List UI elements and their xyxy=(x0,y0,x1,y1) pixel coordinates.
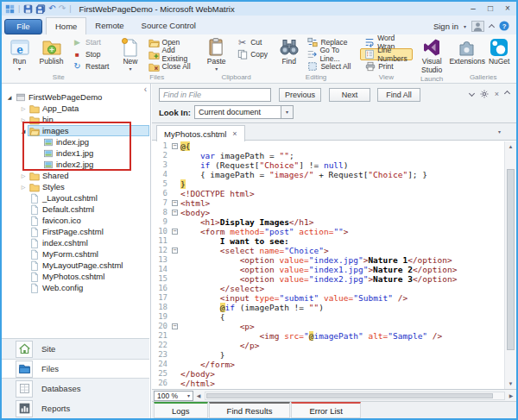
new-button[interactable]: New▾ xyxy=(117,35,143,72)
tree-item-bin[interactable]: ▷bin xyxy=(2,114,149,125)
collapse-ribbon-icon[interactable] xyxy=(489,23,495,29)
copy-button[interactable]: Copy xyxy=(232,48,272,60)
extensions-button[interactable]: Extensions xyxy=(452,35,483,66)
tree-item-myphotos-cshtml[interactable]: MyPhotos.cshtml xyxy=(2,271,149,282)
undo-icon[interactable]: ↶ xyxy=(48,4,55,13)
tree-item-index-cshtml[interactable]: index.cshtml xyxy=(2,237,149,248)
tree-item-images[interactable]: ◢images xyxy=(2,125,149,136)
find-settings-gear-icon[interactable] xyxy=(480,90,489,98)
visual-studio-button[interactable]: Visual Studio xyxy=(416,35,448,75)
horizontal-scrollbar[interactable] xyxy=(205,392,505,400)
fold-minus-icon[interactable]: − xyxy=(172,143,178,149)
redo-icon[interactable]: ↷ xyxy=(59,4,66,13)
tree-item-firstwebpagedemo[interactable]: ◢FirstWebPageDemo xyxy=(2,91,149,103)
close-button[interactable]: × xyxy=(499,3,516,15)
print-button[interactable]: Print xyxy=(360,60,412,72)
help-icon[interactable]: ? xyxy=(499,21,509,31)
workspace-files[interactable]: Files xyxy=(2,359,149,379)
tree-item-firstpage-cshtml[interactable]: FirstPage.cshtml xyxy=(2,226,149,237)
tree-item-shared[interactable]: ▷Shared xyxy=(2,170,149,181)
scroll-left-icon[interactable]: ◀ xyxy=(193,392,204,398)
tree-item-mylayoutpage-cshtml[interactable]: MyLayoutPage.cshtml xyxy=(2,260,149,271)
dropdown-icon[interactable]: ▾ xyxy=(18,66,21,72)
fold-collapse-icon[interactable]: − xyxy=(171,246,180,255)
paste-button[interactable]: Paste▾ xyxy=(200,35,232,72)
workspace-databases[interactable]: Databases xyxy=(2,379,149,398)
scroll-up-icon[interactable]: ▲ xyxy=(505,141,516,152)
save-icon[interactable] xyxy=(23,4,33,14)
fold-minus-icon[interactable]: − xyxy=(172,248,178,254)
scroll-down-icon[interactable]: ▼ xyxy=(505,379,516,389)
tree-item-index-jpg[interactable]: index.jpg xyxy=(2,136,149,147)
tree-item-favicon-ico[interactable]: favicon.ico xyxy=(2,215,149,226)
fold-collapse-icon[interactable]: − xyxy=(171,227,180,236)
previous-button[interactable]: Previous xyxy=(279,88,321,102)
file-menu-button[interactable]: File xyxy=(4,19,42,34)
expander-closed-icon[interactable]: ▷ xyxy=(19,184,28,190)
tree-item-web-config[interactable]: Web.config xyxy=(2,282,149,293)
fold-minus-icon[interactable]: − xyxy=(172,229,178,235)
find-input[interactable] xyxy=(159,88,271,102)
expander-closed-icon[interactable]: ▷ xyxy=(19,116,28,122)
next-button[interactable]: Next xyxy=(329,88,370,102)
fold-minus-icon[interactable]: − xyxy=(172,200,178,206)
nuget-button[interactable]: NuGet xyxy=(483,35,515,66)
maximize-button[interactable]: □ xyxy=(482,3,499,15)
minimize-button[interactable]: – xyxy=(464,3,482,15)
ribbon-tab-home[interactable]: Home xyxy=(46,17,86,34)
tab-list-dropdown-icon[interactable]: ▾ xyxy=(498,129,501,135)
save-all-icon[interactable] xyxy=(35,4,46,14)
sign-in-dropdown-icon[interactable]: ▾ xyxy=(464,23,466,29)
tree-item-styles[interactable]: ▷Styles xyxy=(2,181,149,192)
close-find-bar-icon[interactable]: × xyxy=(495,90,499,98)
expander-closed-icon[interactable]: ▷ xyxy=(19,105,28,111)
fold-collapse-icon[interactable]: − xyxy=(171,141,180,151)
ribbon-tab-source-control[interactable]: Source Control xyxy=(133,17,205,34)
workspace-site[interactable]: Site xyxy=(2,339,149,359)
expander-open-icon[interactable]: ◢ xyxy=(19,128,28,134)
fold-collapse-icon[interactable]: − xyxy=(171,208,180,217)
find-options-chevron-icon[interactable] xyxy=(469,90,475,96)
fold-collapse-icon[interactable]: − xyxy=(171,198,180,208)
dropdown-icon[interactable]: ▾ xyxy=(215,66,218,72)
look-in-dropdown-icon[interactable]: ▾ xyxy=(281,106,293,118)
tree-item-layout-cshtml[interactable]: _Layout.cshtml xyxy=(2,192,149,204)
find-all-button[interactable]: Find All xyxy=(377,88,420,102)
stop-button[interactable]: ■Stop xyxy=(67,48,113,60)
start-button[interactable]: ▶Start xyxy=(67,36,113,48)
find-button[interactable]: Find xyxy=(275,35,302,66)
tree-item-index1-jpg[interactable]: index1.jpg xyxy=(2,147,149,159)
go-to-line-button[interactable]: Go To Line... xyxy=(302,48,357,60)
editor-tab-myphotos[interactable]: MyPhotos.cshtml × xyxy=(156,125,245,141)
scroll-right-icon[interactable]: ▶ xyxy=(506,392,516,398)
panel-tab-logs[interactable]: Logs xyxy=(154,402,208,418)
expander-open-icon[interactable]: ◢ xyxy=(5,94,14,100)
publish-button[interactable]: Publish xyxy=(35,35,67,66)
panel-tab-find-results[interactable]: Find Results xyxy=(209,402,291,418)
vertical-scrollbar[interactable]: ▲ ▼ xyxy=(504,141,516,389)
expander-closed-icon[interactable]: ▷ xyxy=(19,172,28,179)
fold-collapse-icon[interactable]: − xyxy=(171,322,180,331)
tree-item-index2-jpg[interactable]: index2.jpg xyxy=(2,159,149,170)
restart-button[interactable]: ↻Restart xyxy=(67,60,113,72)
add-existing-button[interactable]: Add Existing xyxy=(144,48,198,60)
fold-minus-icon[interactable]: − xyxy=(172,323,178,329)
close-all-button[interactable]: Close All xyxy=(144,60,198,72)
tree-item-myform-cshtml[interactable]: MyForm.cshtml xyxy=(2,248,149,260)
line-numbers-button[interactable]: Line Numbers xyxy=(360,48,412,60)
close-tab-icon[interactable]: × xyxy=(232,129,237,138)
vertical-scrollbar-thumb[interactable] xyxy=(507,169,515,350)
panel-tab-error-list[interactable]: Error List xyxy=(291,402,361,418)
zoom-dropdown-icon[interactable]: ▾ xyxy=(187,392,193,398)
horizontal-scrollbar-thumb[interactable] xyxy=(206,393,493,398)
cut-button[interactable]: ✂Cut xyxy=(232,36,272,48)
workspace-reports[interactable]: Reports xyxy=(2,398,149,418)
dropdown-icon[interactable]: ▾ xyxy=(129,66,131,72)
tree-item-app-data[interactable]: ▷App_Data xyxy=(2,103,149,114)
select-all-button[interactable]: Select All xyxy=(302,60,357,72)
run-button[interactable]: eRun▾ xyxy=(3,35,35,72)
code-editor[interactable]: 1−@{2 var imagePath = "";3 if (Request["… xyxy=(152,141,504,389)
tree-item-default-cshtml[interactable]: Default.cshtml xyxy=(2,204,149,215)
zoom-select[interactable]: 100 % ▾ xyxy=(154,391,193,401)
user-avatar[interactable] xyxy=(471,21,484,32)
